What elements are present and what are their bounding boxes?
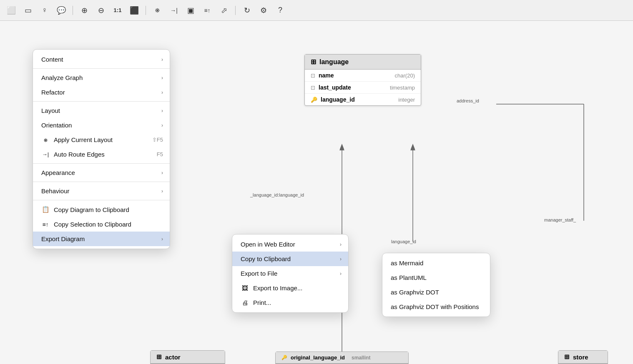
export-file-chevron: › bbox=[340, 271, 342, 277]
select-tool-icon[interactable]: ⬜ bbox=[5, 4, 18, 17]
menu-item-as-graphviz-dot-positions[interactable]: as Graphviz DOT with Positions bbox=[382, 299, 490, 314]
zoom-in-icon[interactable]: ⊕ bbox=[78, 4, 90, 17]
comment-tool-icon[interactable]: 💬 bbox=[55, 4, 68, 17]
print-label: Print... bbox=[253, 299, 271, 306]
fit-page-icon[interactable]: 1:1 bbox=[111, 4, 124, 17]
context-menu-l1: Content › Analyze Graph › Refactor › Lay… bbox=[33, 49, 170, 249]
menu-item-refactor[interactable]: Refactor › bbox=[33, 85, 170, 100]
menu-item-print[interactable]: 🖨 Print... bbox=[232, 295, 348, 310]
film-col-type: smallint bbox=[352, 355, 370, 361]
language-table-header: ⊞ language bbox=[305, 55, 421, 70]
export-diagram-label: Export Diagram bbox=[41, 235, 85, 242]
actor-table-header: ⊞ actor bbox=[151, 351, 225, 364]
copy-clipboard-chevron: › bbox=[340, 256, 342, 262]
address-id-label: address_id bbox=[457, 98, 479, 103]
export-diagram-chevron: › bbox=[161, 236, 163, 242]
menu-item-copy-selection[interactable]: ≡↑ Copy Selection to Clipboard bbox=[33, 217, 170, 232]
appearance-label: Appearance bbox=[41, 169, 75, 176]
layout-label: Layout bbox=[41, 107, 60, 114]
film-col-name: original_language_id bbox=[291, 354, 345, 361]
language-table: ⊞ language ⊡ name char(20) ⊡ last_update… bbox=[304, 54, 421, 106]
divider-3 bbox=[33, 163, 170, 164]
copy-diagram-label: Copy Diagram to Clipboard bbox=[54, 206, 129, 213]
copy-to-clipboard-label: Copy to Clipboard bbox=[241, 255, 291, 262]
as-mermaid-label: as Mermaid bbox=[391, 259, 423, 267]
actor-table: ⊞ actor bbox=[150, 350, 225, 364]
behaviour-chevron: › bbox=[161, 188, 163, 194]
hierarchy-icon[interactable]: ≡↑ bbox=[201, 4, 214, 17]
help-icon[interactable]: ? bbox=[274, 4, 286, 17]
menu-item-as-plantuml[interactable]: as PlantUML bbox=[382, 270, 490, 285]
route-edges-icon[interactable]: →| bbox=[168, 4, 180, 17]
language-col-name: ⊡ name char(20) bbox=[305, 70, 421, 82]
refactor-chevron: › bbox=[161, 90, 163, 95]
svg-marker-5 bbox=[340, 144, 344, 149]
menu-item-behaviour[interactable]: Behaviour › bbox=[33, 184, 170, 198]
open-web-editor-label: Open in Web Editor bbox=[241, 241, 295, 248]
menu-item-export-diagram[interactable]: Export Diagram › bbox=[33, 232, 170, 246]
anchor-tool-icon[interactable]: ♀ bbox=[38, 4, 51, 17]
apply-layout-label: Apply Current Layout bbox=[54, 136, 113, 143]
reset-view-icon[interactable]: ⬛ bbox=[128, 4, 141, 17]
copy-diagram-icon: 📋 bbox=[41, 206, 50, 213]
separator-1 bbox=[73, 6, 73, 15]
separator-3 bbox=[235, 6, 236, 15]
behaviour-label: Behaviour bbox=[41, 187, 70, 194]
menu-item-layout[interactable]: Layout › bbox=[33, 103, 170, 118]
divider-2 bbox=[33, 101, 170, 102]
menu-item-export-to-image[interactable]: 🖼 Export to Image... bbox=[232, 281, 348, 295]
table-grid-icon: ⊞ bbox=[311, 58, 316, 66]
auto-route-shortcut: F5 bbox=[157, 151, 163, 157]
open-web-editor-chevron: › bbox=[340, 242, 342, 247]
orientation-chevron: › bbox=[161, 122, 163, 128]
key-icon-lastupdate: ⊡ bbox=[311, 85, 315, 91]
content-label: Content bbox=[41, 56, 63, 63]
menu-item-export-to-file[interactable]: Export to File › bbox=[232, 266, 348, 281]
export-image-icon: 🖼 bbox=[241, 284, 249, 292]
menu-item-copy-diagram[interactable]: 📋 Copy Diagram to Clipboard bbox=[33, 202, 170, 217]
menu-item-as-mermaid[interactable]: as Mermaid bbox=[382, 256, 490, 270]
actor-grid-icon: ⊞ bbox=[156, 353, 162, 361]
export-icon[interactable]: ⬀ bbox=[218, 4, 230, 17]
language-col-last-update: ⊡ last_update timestamp bbox=[305, 82, 421, 94]
zoom-out-icon[interactable]: ⊖ bbox=[95, 4, 107, 17]
manager-staff-label: manager_staff_ bbox=[544, 217, 576, 222]
svg-marker-6 bbox=[411, 144, 415, 149]
menu-item-copy-to-clipboard[interactable]: Copy to Clipboard › bbox=[232, 252, 348, 266]
apply-layout-shortcut: ⇧F5 bbox=[152, 137, 163, 143]
settings-icon[interactable]: ⚙ bbox=[257, 4, 270, 17]
divider-1 bbox=[33, 68, 170, 69]
auto-route-label: Auto Route Edges bbox=[54, 151, 105, 158]
apply-layout-icon: ⎈ bbox=[41, 136, 50, 143]
table-view-icon[interactable]: ▣ bbox=[184, 4, 197, 17]
menu-item-orientation[interactable]: Orientation › bbox=[33, 118, 170, 132]
appearance-chevron: › bbox=[161, 170, 163, 176]
menu-item-open-web-editor[interactable]: Open in Web Editor › bbox=[232, 237, 348, 252]
film-table-header: 🔑 original_language_id smallint bbox=[276, 352, 408, 364]
film-table-partial: 🔑 original_language_id smallint bbox=[275, 352, 409, 364]
refresh-icon[interactable]: ↻ bbox=[241, 4, 253, 17]
menu-item-as-graphviz-dot[interactable]: as Graphviz DOT bbox=[382, 285, 490, 299]
menu-item-apply-layout[interactable]: ⎈ Apply Current Layout ⇧F5 bbox=[33, 132, 170, 147]
menu-item-analyze[interactable]: Analyze Graph › bbox=[33, 70, 170, 85]
panel-toggle-icon[interactable]: ▭ bbox=[22, 4, 34, 17]
toolbar: ⬜ ▭ ♀ 💬 ⊕ ⊖ 1:1 ⬛ ⎈ →| ▣ ≡↑ ⬀ ↻ ⚙ ? bbox=[0, 0, 633, 21]
menu-item-content[interactable]: Content › bbox=[33, 52, 170, 67]
fk-icon-film: 🔑 bbox=[281, 355, 287, 360]
menu-item-appearance[interactable]: Appearance › bbox=[33, 165, 170, 180]
export-to-file-label: Export to File bbox=[241, 270, 277, 277]
key-icon-name: ⊡ bbox=[311, 72, 315, 79]
context-menu-l3: as Mermaid as PlantUML as Graphviz DOT a… bbox=[382, 253, 490, 317]
layout-icon[interactable]: ⎈ bbox=[151, 4, 163, 17]
store-table: ⊞ store bbox=[558, 350, 608, 364]
language-id-label: language_id bbox=[391, 239, 416, 244]
actor-table-title: actor bbox=[165, 354, 181, 361]
divider-5 bbox=[33, 200, 170, 200]
language-id-ref-label: _language_id:language_id bbox=[250, 192, 304, 197]
store-table-title: store bbox=[573, 354, 588, 361]
auto-route-icon: →| bbox=[41, 151, 50, 157]
layout-chevron: › bbox=[161, 108, 163, 114]
menu-item-auto-route[interactable]: →| Auto Route Edges F5 bbox=[33, 147, 170, 162]
copy-selection-label: Copy Selection to Clipboard bbox=[54, 221, 131, 228]
analyze-label: Analyze Graph bbox=[41, 74, 83, 81]
